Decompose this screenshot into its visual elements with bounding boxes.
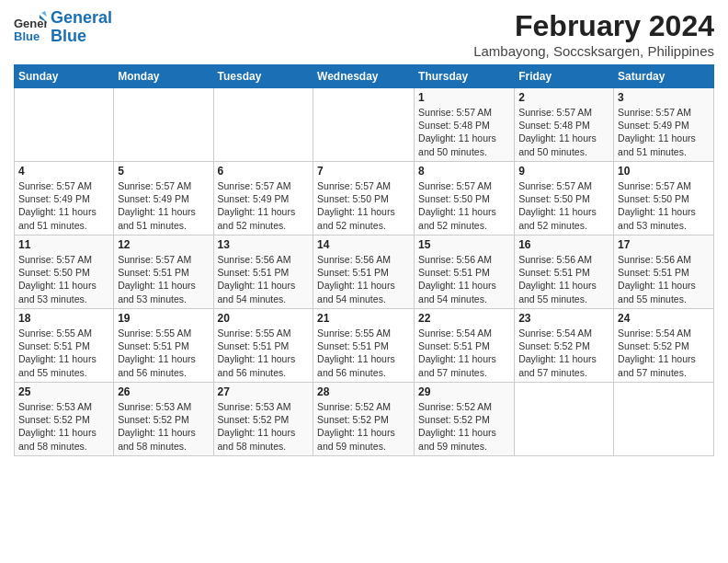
day-info: Sunrise: 5:57 AM Sunset: 5:49 PM Dayligh… [18,179,109,232]
page-subtitle: Lambayong, Soccsksargen, Philippines [473,43,714,59]
header-friday: Friday [515,65,614,88]
logo: General Blue General Blue [14,9,112,46]
day-number: 1 [418,91,510,104]
day-number: 25 [18,385,109,398]
day-info: Sunrise: 5:57 AM Sunset: 5:48 PM Dayligh… [518,106,609,158]
day-number: 20 [218,312,310,325]
day-info: Sunrise: 5:55 AM Sunset: 5:51 PM Dayligh… [317,327,410,379]
calendar-cell: 2Sunrise: 5:57 AM Sunset: 5:48 PM Daylig… [515,88,614,162]
day-number: 17 [618,238,710,251]
day-info: Sunrise: 5:55 AM Sunset: 5:51 PM Dayligh… [18,327,109,379]
day-number: 11 [18,238,109,251]
day-number: 13 [218,238,310,251]
day-number: 4 [18,165,109,178]
calendar-cell: 29Sunrise: 5:52 AM Sunset: 5:52 PM Dayli… [415,383,515,456]
logo-general: General [51,8,112,27]
calendar-cell: 9Sunrise: 5:57 AM Sunset: 5:50 PM Daylig… [515,162,614,236]
svg-text:Blue: Blue [14,29,40,43]
day-number: 9 [518,165,609,178]
header-wednesday: Wednesday [313,65,415,88]
calendar-cell [114,88,213,162]
calendar-week-2: 4Sunrise: 5:57 AM Sunset: 5:49 PM Daylig… [15,162,714,236]
day-number: 19 [118,312,209,325]
day-number: 23 [518,312,609,325]
header-monday: Monday [114,65,213,88]
calendar-cell: 7Sunrise: 5:57 AM Sunset: 5:50 PM Daylig… [313,162,415,236]
calendar-cell: 4Sunrise: 5:57 AM Sunset: 5:49 PM Daylig… [15,162,114,236]
calendar-cell: 16Sunrise: 5:56 AM Sunset: 5:51 PM Dayli… [515,236,614,309]
calendar-cell: 28Sunrise: 5:52 AM Sunset: 5:52 PM Dayli… [313,383,415,456]
header-sunday: Sunday [15,65,114,88]
calendar-cell: 6Sunrise: 5:57 AM Sunset: 5:49 PM Daylig… [213,162,313,236]
day-number: 22 [418,312,510,325]
day-info: Sunrise: 5:57 AM Sunset: 5:50 PM Dayligh… [18,253,109,305]
calendar-table: SundayMondayTuesdayWednesdayThursdayFrid… [14,64,714,456]
calendar-cell [614,383,714,456]
day-info: Sunrise: 5:57 AM Sunset: 5:50 PM Dayligh… [518,179,609,232]
day-number: 28 [317,385,410,398]
day-info: Sunrise: 5:57 AM Sunset: 5:49 PM Dayligh… [218,179,310,232]
calendar-cell [213,88,313,162]
calendar-cell [15,88,114,162]
day-number: 12 [118,238,209,251]
calendar-header-row: SundayMondayTuesdayWednesdayThursdayFrid… [15,65,714,88]
day-info: Sunrise: 5:57 AM Sunset: 5:50 PM Dayligh… [317,179,410,232]
calendar-cell: 18Sunrise: 5:55 AM Sunset: 5:51 PM Dayli… [15,309,114,383]
header-thursday: Thursday [415,65,515,88]
day-number: 26 [118,385,209,398]
header-tuesday: Tuesday [213,65,313,88]
calendar-cell: 25Sunrise: 5:53 AM Sunset: 5:52 PM Dayli… [15,383,114,456]
day-info: Sunrise: 5:57 AM Sunset: 5:50 PM Dayligh… [418,179,510,232]
day-info: Sunrise: 5:52 AM Sunset: 5:52 PM Dayligh… [317,400,410,453]
day-info: Sunrise: 5:57 AM Sunset: 5:48 PM Dayligh… [418,106,510,158]
day-number: 8 [418,165,510,178]
calendar-cell: 20Sunrise: 5:55 AM Sunset: 5:51 PM Dayli… [213,309,313,383]
calendar-cell: 27Sunrise: 5:53 AM Sunset: 5:52 PM Dayli… [213,383,313,456]
day-number: 16 [518,238,609,251]
calendar-cell: 3Sunrise: 5:57 AM Sunset: 5:49 PM Daylig… [614,88,714,162]
calendar-cell: 10Sunrise: 5:57 AM Sunset: 5:50 PM Dayli… [614,162,714,236]
day-info: Sunrise: 5:56 AM Sunset: 5:51 PM Dayligh… [317,253,410,305]
calendar-week-5: 25Sunrise: 5:53 AM Sunset: 5:52 PM Dayli… [15,383,714,456]
day-number: 18 [18,312,109,325]
day-info: Sunrise: 5:54 AM Sunset: 5:52 PM Dayligh… [618,327,710,379]
day-info: Sunrise: 5:55 AM Sunset: 5:51 PM Dayligh… [118,327,209,379]
calendar-cell: 8Sunrise: 5:57 AM Sunset: 5:50 PM Daylig… [415,162,515,236]
calendar-cell: 23Sunrise: 5:54 AM Sunset: 5:52 PM Dayli… [515,309,614,383]
day-info: Sunrise: 5:56 AM Sunset: 5:51 PM Dayligh… [418,253,510,305]
day-info: Sunrise: 5:54 AM Sunset: 5:52 PM Dayligh… [518,327,609,379]
day-number: 29 [418,385,510,398]
day-info: Sunrise: 5:54 AM Sunset: 5:51 PM Dayligh… [418,327,510,379]
day-info: Sunrise: 5:56 AM Sunset: 5:51 PM Dayligh… [618,253,710,305]
day-info: Sunrise: 5:53 AM Sunset: 5:52 PM Dayligh… [118,400,209,453]
calendar-cell: 1Sunrise: 5:57 AM Sunset: 5:48 PM Daylig… [415,88,515,162]
logo-icon: General Blue [14,11,47,44]
day-info: Sunrise: 5:57 AM Sunset: 5:49 PM Dayligh… [118,179,209,232]
day-info: Sunrise: 5:57 AM Sunset: 5:50 PM Dayligh… [618,179,710,232]
calendar-cell: 19Sunrise: 5:55 AM Sunset: 5:51 PM Dayli… [114,309,213,383]
calendar-week-1: 1Sunrise: 5:57 AM Sunset: 5:48 PM Daylig… [15,88,714,162]
day-number: 21 [317,312,410,325]
calendar-cell: 21Sunrise: 5:55 AM Sunset: 5:51 PM Dayli… [313,309,415,383]
day-number: 5 [118,165,209,178]
day-number: 24 [618,312,710,325]
calendar-cell: 14Sunrise: 5:56 AM Sunset: 5:51 PM Dayli… [313,236,415,309]
header-saturday: Saturday [614,65,714,88]
day-info: Sunrise: 5:53 AM Sunset: 5:52 PM Dayligh… [18,400,109,453]
title-area: February 2024 Lambayong, Soccsksargen, P… [473,9,714,59]
calendar-week-4: 18Sunrise: 5:55 AM Sunset: 5:51 PM Dayli… [15,309,714,383]
calendar-cell: 13Sunrise: 5:56 AM Sunset: 5:51 PM Dayli… [213,236,313,309]
day-info: Sunrise: 5:52 AM Sunset: 5:52 PM Dayligh… [418,400,510,453]
day-number: 3 [618,91,710,104]
day-info: Sunrise: 5:56 AM Sunset: 5:51 PM Dayligh… [518,253,609,305]
calendar-cell: 12Sunrise: 5:57 AM Sunset: 5:51 PM Dayli… [114,236,213,309]
calendar-cell [515,383,614,456]
day-info: Sunrise: 5:57 AM Sunset: 5:49 PM Dayligh… [618,106,710,158]
calendar-cell: 15Sunrise: 5:56 AM Sunset: 5:51 PM Dayli… [415,236,515,309]
calendar-cell: 22Sunrise: 5:54 AM Sunset: 5:51 PM Dayli… [415,309,515,383]
page-title: February 2024 [473,9,714,43]
day-number: 7 [317,165,410,178]
day-number: 10 [618,165,710,178]
day-info: Sunrise: 5:56 AM Sunset: 5:51 PM Dayligh… [218,253,310,305]
day-info: Sunrise: 5:55 AM Sunset: 5:51 PM Dayligh… [218,327,310,379]
